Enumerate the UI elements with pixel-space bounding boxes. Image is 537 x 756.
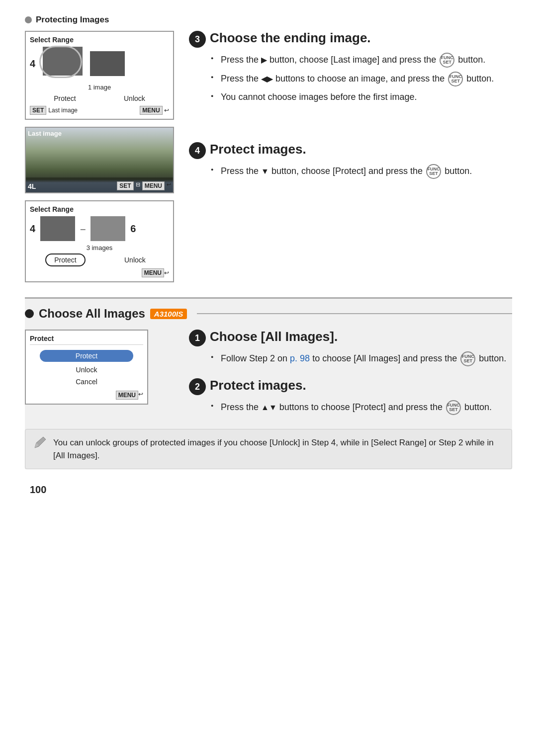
step4-heading: 4 Protect images. [189, 142, 512, 159]
panel3-footer: MENU ↩ [30, 268, 169, 277]
panel2-pic-icon: ⊟ [136, 181, 140, 190]
step4-title: Protect images. [210, 142, 306, 157]
section-bullet [25, 16, 32, 23]
main-content-area: Select Range 4 1 image Protect Unlock SE… [25, 31, 512, 282]
step3-b2-end: button. [466, 74, 494, 84]
panel1-unlock-btn[interactable]: Unlock [116, 93, 153, 104]
panel1-thumb-selected [40, 47, 85, 81]
step3-b3-text: You cannot choose images before the firs… [221, 92, 417, 102]
step3-b1-before: Press the [221, 55, 261, 65]
step3-b2-after: buttons to choose an image, and press th… [275, 74, 447, 84]
choose-all-left: Protect Protect Unlock Cancel MENU ↩ [25, 330, 174, 419]
cas1-b1-after: to choose [All Images] and press the [312, 353, 459, 363]
choose-all-step1-bullet-1: Follow Step 2 on p. 98 to choose [All Im… [211, 351, 512, 366]
right-instructions: 3 Choose the ending image. Press the ▶ b… [189, 31, 512, 282]
step3-b2-func-icon: FUNCSET [448, 72, 463, 86]
panel1-count: 1 image [30, 84, 169, 91]
panel1-buttons: Protect Unlock [30, 93, 169, 104]
cas2-b1-arrows: ▲▼ [261, 403, 277, 412]
cas2-b1-before: Press the [221, 402, 261, 412]
cas2-b1-end: button. [464, 402, 492, 412]
panel3-protect-btn[interactable]: Protect [45, 253, 85, 266]
step4-bullet-1: Press the ▼ button, choose [Protect] and… [211, 164, 512, 179]
choose-all-title-text: Choose All Images [39, 307, 145, 321]
panel-select-range-1: Select Range 4 1 image Protect Unlock SE… [25, 31, 174, 120]
panel2-menu-badge: MENU [142, 181, 165, 190]
panel1-protect-btn[interactable]: Protect [46, 93, 84, 104]
protect-menu-item-protect[interactable]: Protect [40, 350, 133, 362]
panel3-buttons: Protect Unlock [30, 253, 169, 266]
section-header: Protecting Images [25, 15, 512, 25]
panel2-4l-icon: 4L [28, 182, 36, 190]
step3-b2-arrows: ◀▶ [261, 75, 273, 83]
panel3-unlock-btn[interactable]: Unlock [116, 254, 154, 265]
choose-all-step1-instructions: Follow Step 2 on p. 98 to choose [All Im… [211, 351, 512, 366]
step3-b2-before: Press the [221, 74, 261, 84]
step3-block: 3 Choose the ending image. Press the ▶ b… [189, 31, 512, 107]
panel3-menu-badge: MENU [142, 268, 164, 277]
step4-b1-func-icon: FUNCSET [426, 164, 441, 179]
protect-menu-title: Protect [30, 335, 143, 345]
choose-all-right: 1 Choose [All Images]. Follow Step 2 on … [189, 330, 512, 419]
choose-all-step2-title: Protect images. [210, 378, 306, 393]
panel1-footer: SET Last image MENU ↩ [30, 106, 169, 115]
panel3-back-arrow: ↩ [164, 269, 169, 276]
step4-block: 4 Protect images. Press the ▼ button, ch… [189, 142, 512, 183]
panel-select-range-2: Select Range 4 – 6 3 images Protect Unlo… [25, 200, 174, 282]
choose-all-step2-bullet-1: Press the ▲▼ buttons to choose [Protect]… [211, 400, 512, 415]
choose-all-step2-instructions: Press the ▲▼ buttons to choose [Protect]… [211, 400, 512, 415]
cas1-b1-end: button. [479, 353, 506, 363]
step4-b1-arrow-down: ▼ [261, 167, 269, 175]
panel3-dash: – [80, 223, 86, 235]
panel1-footer-left: SET Last image [30, 106, 78, 115]
choose-all-body: Protect Protect Unlock Cancel MENU ↩ 1 C… [25, 330, 512, 419]
step4-instructions: Press the ▼ button, choose [Protect] and… [211, 164, 512, 179]
panel2-set-badge: SET [117, 181, 133, 190]
step3-b1-func-icon: FUNCSET [440, 53, 454, 68]
note-box: You can unlock groups of protected image… [25, 429, 512, 469]
cas1-b1-link[interactable]: p. 98 [290, 353, 310, 363]
page-number: 100 [25, 484, 512, 496]
choose-all-divider [197, 313, 512, 314]
step3-b1-after: button, choose [Last image] and press th… [269, 55, 439, 65]
step3-bullet-1: Press the ▶ button, choose [Last image] … [211, 53, 512, 68]
choose-all-step2-heading: 2 Protect images. [189, 378, 512, 395]
section-title: Protecting Images [36, 15, 109, 25]
step4-b1-after: button, choose [Protect] and press the [271, 166, 425, 176]
step4-number: 4 [189, 142, 206, 159]
page-number-value: 100 [30, 484, 46, 495]
panel1-menu-footer: MENU ↩ [140, 107, 169, 114]
cas2-b1-after: buttons to choose [Protect] and press th… [279, 402, 445, 412]
cas2-b1-func-icon: FUNCSET [446, 400, 461, 415]
choose-all-step2-block: 2 Protect images. Press the ▲▼ buttons t… [189, 378, 512, 415]
protect-menu-item-unlock[interactable]: Unlock [30, 364, 143, 376]
cas1-b1-func-icon: FUNCSET [460, 351, 475, 366]
step3-heading: 3 Choose the ending image. [189, 31, 512, 48]
protect-menu-item-cancel[interactable]: Cancel [30, 376, 143, 388]
panel1-set-badge: SET [30, 106, 46, 115]
step4-b1-end: button. [445, 166, 472, 176]
protect-menu-menu-badge: MENU [116, 391, 138, 400]
panel1-back-arrow: ↩ [164, 107, 169, 114]
choose-all-step1-title: Choose [All Images]. [210, 330, 338, 344]
panel1-thumb-2 [90, 51, 125, 76]
panel-last-image: Last image 4L SET ⊟ MENU ↩ [25, 127, 174, 193]
model-badge: A3100IS [150, 309, 187, 319]
panel3-thumb-2 [90, 216, 125, 241]
choose-all-step1-number: 1 [189, 330, 206, 346]
step4-bullets: Press the ▼ button, choose [Protect] and… [211, 164, 512, 179]
panel3-title: Select Range [30, 205, 169, 213]
step3-instructions: Press the ▶ button, choose [Last image] … [211, 53, 512, 103]
panel1-last-image-label: Last image [48, 107, 78, 114]
panel3-num-left: 4 [30, 223, 35, 235]
panel1-thumbnails: 4 [30, 47, 169, 81]
step3-b1-end: button. [458, 55, 485, 65]
panel3-num-right: 6 [130, 223, 136, 235]
choose-all-bullet [25, 309, 34, 318]
note-pencil-icon [32, 435, 47, 450]
panel3-thumb-1 [40, 216, 75, 241]
step4-b1-before: Press the [221, 166, 261, 176]
step3-bullet-3: You cannot choose images before the firs… [211, 90, 512, 103]
left-screenshots: Select Range 4 1 image Protect Unlock SE… [25, 31, 174, 282]
panel2-footer-badges: SET ⊟ MENU ↩ [117, 181, 171, 190]
